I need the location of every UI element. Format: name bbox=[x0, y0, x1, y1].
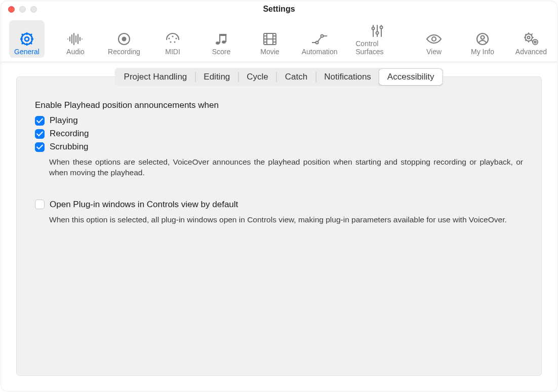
gears-icon bbox=[523, 31, 539, 47]
svg-rect-10 bbox=[219, 35, 220, 43]
subtab-editing[interactable]: Editing bbox=[195, 69, 238, 85]
toolbar-tab-label: MIDI bbox=[165, 48, 180, 56]
svg-point-5 bbox=[169, 38, 170, 40]
toolbar-tab-movie[interactable]: Movie bbox=[252, 20, 288, 58]
toolbar-tab-label: Control Surfaces bbox=[355, 40, 399, 56]
toolbar: General Audio Recording bbox=[1, 17, 557, 62]
toolbar-tab-control-surfaces[interactable]: Control Surfaces bbox=[351, 20, 403, 58]
svg-point-9 bbox=[216, 42, 220, 45]
settings-window: Settings General Audio bbox=[1, 1, 557, 391]
svg-point-8 bbox=[174, 42, 176, 43]
gear-icon bbox=[19, 31, 34, 47]
toolbar-tab-label: General bbox=[14, 48, 39, 56]
subtab-label: Catch bbox=[285, 72, 307, 82]
toolbar-tab-audio[interactable]: Audio bbox=[58, 20, 93, 58]
sliders-icon bbox=[371, 23, 384, 38]
toolbar-tab-automation[interactable]: Automation bbox=[301, 20, 338, 58]
subtab-cycle[interactable]: Cycle bbox=[238, 69, 276, 85]
automation-icon bbox=[311, 31, 328, 47]
recording-label: Recording bbox=[50, 129, 89, 139]
content-panel: Project Handling Editing Cycle Catch Not… bbox=[16, 76, 542, 376]
toolbar-tab-recording[interactable]: Recording bbox=[106, 20, 142, 58]
scrubbing-checkbox[interactable] bbox=[35, 142, 45, 152]
subtab-label: Editing bbox=[204, 72, 230, 82]
record-icon bbox=[117, 31, 131, 47]
eye-icon bbox=[426, 31, 442, 47]
plugin-controls-view-checkbox[interactable] bbox=[35, 200, 45, 209]
recording-checkbox[interactable] bbox=[35, 129, 45, 139]
checkbox-row-plugin-controls-view: Open Plug-in windows in Controls view by… bbox=[35, 200, 523, 210]
playing-label: Playing bbox=[50, 115, 78, 126]
film-icon bbox=[263, 31, 277, 47]
svg-point-3 bbox=[122, 37, 127, 42]
subtab-bar: Project Handling Editing Cycle Catch Not… bbox=[115, 68, 444, 86]
checkbox-row-recording: Recording bbox=[35, 129, 523, 139]
svg-point-0 bbox=[25, 37, 29, 41]
accessibility-panel: Enable Playhead position announcements w… bbox=[17, 77, 541, 236]
subtab-label: Notifications bbox=[324, 72, 371, 82]
waveform-icon bbox=[67, 31, 84, 47]
svg-point-29 bbox=[380, 26, 383, 29]
svg-point-27 bbox=[376, 32, 379, 34]
titlebar: Settings bbox=[1, 1, 557, 17]
toolbar-tab-my-info[interactable]: My Info bbox=[465, 20, 500, 58]
subtab-notifications[interactable]: Notifications bbox=[316, 69, 379, 85]
toolbar-tab-view[interactable]: View bbox=[416, 20, 452, 58]
toolbar-tab-label: My Info bbox=[471, 48, 494, 56]
checkbox-row-scrubbing: Scrubbing bbox=[35, 142, 523, 152]
person-circle-icon bbox=[475, 31, 490, 47]
scrubbing-label: Scrubbing bbox=[50, 142, 89, 152]
svg-point-1 bbox=[21, 33, 32, 44]
subtab-label: Project Handling bbox=[124, 72, 187, 82]
svg-point-7 bbox=[170, 42, 172, 43]
toolbar-tab-label: Audio bbox=[66, 48, 85, 56]
plugin-help-text: When this option is selected, all plug-i… bbox=[49, 215, 523, 225]
toolbar-tab-label: Score bbox=[212, 48, 231, 56]
svg-point-4 bbox=[172, 36, 174, 37]
subtab-label: Accessibility bbox=[387, 72, 434, 82]
subtab-label: Cycle bbox=[247, 72, 268, 82]
svg-rect-13 bbox=[219, 34, 226, 36]
svg-point-32 bbox=[481, 36, 485, 40]
toolbar-tab-score[interactable]: Score bbox=[204, 20, 239, 58]
subtab-accessibility[interactable]: Accessibility bbox=[379, 69, 443, 85]
svg-point-36 bbox=[534, 41, 536, 43]
subtab-catch[interactable]: Catch bbox=[277, 69, 315, 85]
content-area: Project Handling Editing Cycle Catch Not… bbox=[1, 62, 557, 391]
toolbar-tab-label: Recording bbox=[108, 48, 140, 56]
checkbox-row-playing: Playing bbox=[35, 115, 523, 126]
svg-point-22 bbox=[316, 42, 318, 44]
svg-point-35 bbox=[533, 40, 538, 45]
toolbar-tab-label: Advanced bbox=[515, 48, 547, 56]
svg-point-23 bbox=[321, 35, 324, 37]
playhead-help-text: When these options are selected, VoiceOv… bbox=[49, 157, 523, 178]
toolbar-tab-label: View bbox=[426, 48, 442, 56]
svg-point-30 bbox=[432, 37, 436, 41]
toolbar-tab-label: Movie bbox=[260, 48, 279, 56]
midi-icon bbox=[165, 31, 180, 47]
toolbar-tab-advanced[interactable]: Advanced bbox=[513, 20, 549, 58]
music-notes-icon bbox=[214, 31, 229, 47]
subtab-project-handling[interactable]: Project Handling bbox=[116, 69, 195, 85]
svg-point-11 bbox=[222, 41, 226, 44]
toolbar-tab-midi[interactable]: MIDI bbox=[155, 20, 190, 58]
window-title: Settings bbox=[1, 5, 557, 14]
playhead-announcements-heading: Enable Playhead position announcements w… bbox=[35, 100, 523, 110]
toolbar-tab-label: Automation bbox=[302, 48, 338, 56]
plugin-controls-view-label: Open Plug-in windows in Controls view by… bbox=[50, 200, 238, 210]
svg-point-34 bbox=[528, 36, 530, 39]
svg-point-25 bbox=[372, 27, 375, 30]
toolbar-tab-general[interactable]: General bbox=[9, 20, 45, 58]
svg-point-6 bbox=[176, 38, 177, 40]
playing-checkbox[interactable] bbox=[35, 116, 45, 126]
